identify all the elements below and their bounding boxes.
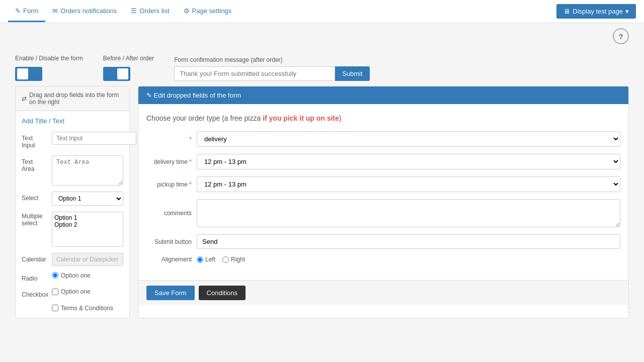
before-after-label: Before / After order [103, 55, 154, 62]
alignment-options: Left Right [197, 256, 245, 263]
order-type-select[interactable]: delivery pickup [197, 131, 620, 147]
add-title-link[interactable]: Add Title / Text [22, 117, 123, 125]
top-navigation: ✎ Form ✉ Orders notifications ☰ Orders l… [0, 0, 644, 23]
order-type-row: * delivery pickup [146, 131, 620, 147]
radio-option-label: Option one [61, 272, 91, 279]
select-label: Select [22, 192, 48, 202]
enable-disable-toggle[interactable] [15, 67, 42, 81]
before-after-setting: Before / After order [103, 55, 154, 81]
delivery-time-label: delivery time * [146, 158, 192, 165]
pickup-time-row: pickup time * 12 pm - 13 pm 13 pm - 14 p… [146, 176, 620, 192]
gear-icon: ⚙ [184, 7, 190, 15]
drag-icon: ⇄ [22, 95, 27, 102]
checkbox-input[interactable] [52, 289, 58, 295]
text-input-label: TextInput [22, 132, 48, 149]
toggle-knob-right [117, 68, 128, 79]
alignment-label: Alignement [146, 256, 192, 263]
pickup-time-select[interactable]: 12 pm - 13 pm 13 pm - 14 pm [197, 176, 620, 192]
comments-textarea[interactable] [197, 199, 620, 227]
display-test-button[interactable]: 🖥 Display test page ▾ [556, 4, 636, 19]
checkbox-field-row: Checkbox Option one [22, 288, 123, 298]
enable-disable-label: Enable / Disable the form [15, 55, 83, 62]
text-input-field[interactable] [52, 132, 136, 145]
terms-label: Terms & Conditions [61, 305, 113, 312]
nav-item-page-settings[interactable]: ⚙ Page settings [177, 1, 239, 22]
enable-disable-setting: Enable / Disable the form [15, 55, 83, 81]
checkbox-label: Checkbox [22, 288, 48, 298]
terms-row: Terms & Conditions [22, 305, 123, 312]
radio-input[interactable] [52, 272, 58, 279]
submit-button-input[interactable] [197, 234, 620, 249]
text-area-field[interactable] [52, 155, 123, 186]
left-panel: ⇄ Drag and drop fields into the form on … [15, 86, 130, 318]
form-icon: ✎ [15, 7, 21, 15]
comments-row: comments [146, 199, 620, 227]
select-field[interactable]: Option 1 [52, 192, 123, 206]
nav-item-orders-notifications[interactable]: ✉ Orders notifications [45, 1, 124, 22]
radio-label: Radio [22, 272, 48, 282]
help-icon[interactable]: ? [613, 28, 629, 44]
radio-field-row: Radio Option one [22, 272, 123, 282]
alignment-left-option[interactable]: Left [197, 256, 215, 263]
calendar-field[interactable]: Calendar or Datepicker [52, 253, 123, 266]
submit-button-row: Submit button [146, 234, 620, 249]
text-area-label: TextArea [22, 155, 48, 173]
left-panel-header: ⇄ Drag and drop fields into the form on … [16, 86, 129, 111]
nav-item-form[interactable]: ✎ Form [8, 1, 45, 22]
alignment-right-option[interactable]: Right [222, 256, 245, 263]
alignment-right-radio[interactable] [222, 256, 229, 263]
text-input-field-row: TextInput [22, 132, 123, 149]
multiple-select-label: Multipleselect [22, 212, 48, 227]
comments-label: comments [146, 210, 192, 217]
caret-down-icon: ▾ [625, 8, 629, 15]
text-area-field-row: TextArea [22, 155, 123, 186]
multiple-select-field[interactable]: Option 1 Option 2 [52, 212, 123, 247]
nav-item-orders-list[interactable]: ☰ Orders list [124, 1, 176, 22]
list-icon: ☰ [131, 7, 137, 15]
terms-checkbox[interactable] [52, 305, 58, 311]
right-panel-header: ✎ Edit dropped fields of the form [138, 86, 628, 104]
save-form-button[interactable]: Save Form [146, 286, 195, 300]
alignment-row: Alignement Left Right [146, 256, 620, 263]
conditions-button[interactable]: Conditions [199, 286, 246, 300]
form-tagline: Choose your order type (a free pizza if … [146, 114, 620, 122]
order-type-required-marker: * [146, 136, 192, 143]
mail-icon: ✉ [52, 7, 58, 15]
delivery-time-row: delivery time * 12 pm - 13 pm 13 pm - 14… [146, 154, 620, 169]
right-panel: ✎ Edit dropped fields of the form Choose… [138, 86, 629, 318]
alignment-left-radio[interactable] [197, 256, 203, 263]
pickup-time-label: pickup time * [146, 181, 192, 188]
toggle-knob-left [17, 68, 28, 79]
confirmation-message-label: Form confirmation message (after order) [174, 56, 369, 63]
confirmation-submit-button[interactable]: Submit [335, 66, 369, 81]
multiple-select-field-row: Multipleselect Option 1 Option 2 [22, 212, 123, 247]
confirmation-message-setting: Form confirmation message (after order) … [174, 56, 369, 81]
select-field-row: Select Option 1 [22, 192, 123, 206]
monitor-icon: 🖥 [564, 8, 570, 15]
checkbox-option-label: Option one [61, 288, 91, 295]
calendar-field-row: Calendar Calendar or Datepicker [22, 253, 123, 266]
right-panel-footer: Save Form Conditions [138, 280, 628, 305]
confirmation-message-input[interactable] [174, 66, 335, 81]
delivery-time-select[interactable]: 12 pm - 13 pm 13 pm - 14 pm [197, 154, 620, 169]
submit-button-field-label: Submit button [146, 238, 192, 245]
calendar-label: Calendar [22, 253, 48, 263]
before-after-toggle[interactable] [103, 67, 130, 81]
tagline-highlight: if you pick it up on site [263, 114, 339, 122]
